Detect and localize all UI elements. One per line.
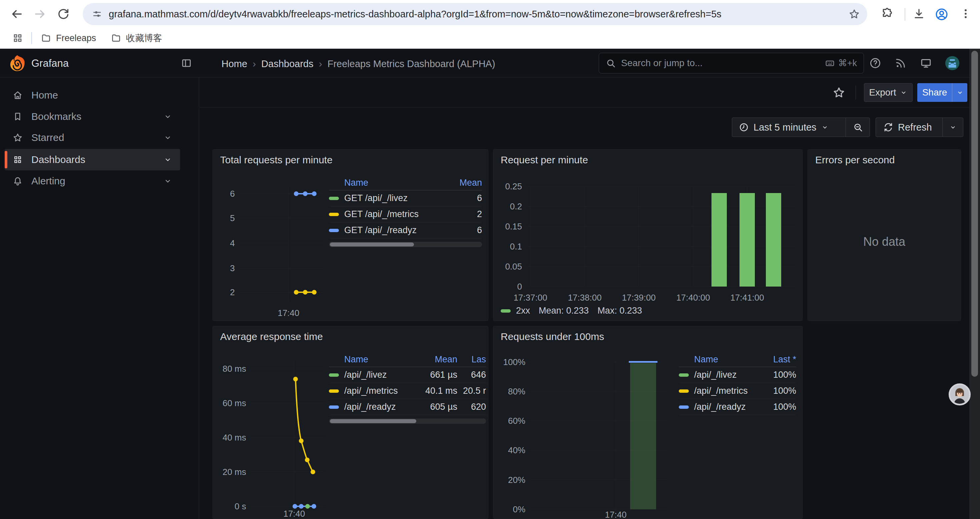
breadcrumb-separator: › (253, 58, 256, 69)
panel-request-per-minute[interactable]: Request per minute 0.25 0.2 0.15 (493, 149, 803, 321)
sidebar-item-dashboards[interactable]: Dashboards (5, 149, 180, 170)
bookmark-star-icon[interactable] (849, 8, 860, 20)
favorite-dashboard-button[interactable] (832, 86, 845, 99)
breadcrumb-dashboards[interactable]: Dashboards (261, 58, 313, 69)
legend-col-mean[interactable]: Mean (445, 178, 482, 188)
svg-text:17:40: 17:40 (283, 509, 305, 519)
news-button[interactable] (895, 57, 907, 69)
bookmark-folder-freeleaps[interactable]: Freeleaps (41, 33, 96, 43)
time-range-picker[interactable]: Last 5 minutes (732, 118, 870, 137)
legend-col-name[interactable]: Name (329, 355, 407, 365)
series-color-chip (329, 229, 339, 232)
share-button[interactable]: Share (917, 83, 967, 102)
apps-grid-icon[interactable] (12, 32, 23, 44)
svg-text:20 ms: 20 ms (223, 467, 246, 477)
scrollbar-thumb[interactable] (330, 419, 416, 423)
panel-requests-under-100ms[interactable]: Requests under 100ms 100% 80% 60% 40% 20… (493, 326, 803, 519)
chevron-down-icon[interactable] (164, 133, 172, 142)
legend-col-mean[interactable]: Mean (407, 355, 457, 365)
refresh-controls[interactable]: Refresh (876, 118, 963, 137)
display-button[interactable] (920, 57, 932, 69)
sidebar-item-label: Home (31, 89, 58, 101)
sidebar-item-starred[interactable]: Starred (5, 127, 180, 148)
sidebar: Home Bookmarks Starred Dashboards Alerti (0, 77, 199, 519)
legend-row[interactable]: GET /api/_/livez 6 (329, 190, 482, 206)
sidebar-item-bookmarks[interactable]: Bookmarks (5, 106, 180, 127)
share-menu-button[interactable] (952, 83, 967, 102)
sidebar-item-home[interactable]: Home (5, 85, 180, 106)
refresh-button[interactable]: Refresh (876, 118, 942, 137)
reload-icon (57, 7, 70, 21)
reload-button[interactable] (57, 7, 70, 21)
legend-row[interactable]: /api/_/metrics 40.1 ms 20.5 r (329, 383, 486, 399)
legend-col-last[interactable]: Las (457, 355, 486, 365)
legend-row[interactable]: GET /api/_/metrics 2 (329, 206, 482, 222)
svg-text:17:40: 17:40 (605, 509, 627, 519)
scrollbar-thumb[interactable] (971, 51, 978, 377)
series-color-chip (679, 374, 689, 377)
dashboard-actions-row: Export Share (199, 77, 980, 107)
active-indicator (5, 151, 7, 168)
breadcrumb-home[interactable]: Home (221, 58, 247, 69)
legend-col-last[interactable]: Last * (756, 355, 796, 365)
downloads-button[interactable] (913, 7, 926, 21)
url-text[interactable]: grafana.mathmast.com/d/deytv4rwavabkb/fr… (109, 9, 849, 20)
legend-scrollbar[interactable] (329, 418, 486, 424)
floating-assistant-avatar[interactable] (949, 383, 970, 406)
refresh-interval-button[interactable] (943, 118, 963, 137)
export-button[interactable]: Export (864, 83, 913, 102)
bell-icon (13, 176, 23, 186)
panel-average-response-time[interactable]: Average response time 80 ms 60 ms 40 ms … (213, 326, 488, 519)
panel-total-requests-per-minute[interactable]: Total requests per minute 6 5 4 3 2 (213, 149, 488, 321)
svg-text:4: 4 (230, 238, 235, 248)
page-scrollbar[interactable] (969, 49, 980, 519)
legend-scrollbar[interactable] (329, 242, 482, 247)
legend-row[interactable]: /api/_/readyz 605 µs 620 (329, 399, 486, 415)
bookmarks-bar: Freeleaps 收藏博客 (0, 28, 980, 49)
puzzle-icon (881, 7, 894, 20)
user-avatar[interactable] (945, 56, 960, 72)
chevron-down-icon[interactable] (164, 155, 172, 164)
chevron-down-icon[interactable] (164, 177, 172, 185)
legend-table: Name Last * /api/_/livez 100% /api/_/met… (679, 352, 796, 415)
forward-button[interactable] (33, 7, 47, 21)
sidebar-toggle-button[interactable] (181, 57, 192, 69)
series-color-chip (329, 406, 339, 409)
chevron-down-icon[interactable] (164, 112, 172, 121)
area-top-line (629, 361, 657, 363)
legend-row[interactable]: /api/_/metrics 100% (679, 383, 796, 399)
bookmark-icon (13, 112, 23, 121)
scrollbar-thumb[interactable] (330, 243, 414, 246)
legend-row[interactable]: /api/_/readyz 100% (679, 399, 796, 415)
site-info-icon[interactable] (92, 9, 102, 19)
sidebar-item-alerting[interactable]: Alerting (5, 170, 180, 192)
search-input[interactable]: Search or jump to... ⌘+k (599, 53, 864, 73)
legend-row[interactable]: GET /api/_/readyz 6 (329, 222, 482, 238)
series-color-chip (501, 309, 511, 313)
panel-errors-per-second[interactable]: Errors per second No data (808, 149, 961, 321)
legend[interactable]: 2xx Mean: 0.233 Max: 0.233 (501, 306, 642, 316)
address-bar[interactable]: grafana.mathmast.com/d/deytv4rwavabkb/fr… (83, 3, 867, 25)
browser-profile-button[interactable] (935, 7, 948, 21)
back-button[interactable] (10, 7, 23, 21)
help-button[interactable] (869, 57, 881, 69)
legend-col-name[interactable]: Name (679, 355, 756, 365)
bar (766, 193, 781, 287)
grafana-logo[interactable] (9, 54, 26, 73)
extensions-button[interactable] (881, 7, 895, 21)
svg-text:80%: 80% (508, 386, 525, 396)
zoom-out-button[interactable] (846, 118, 870, 137)
legend-col-name[interactable]: Name (329, 178, 445, 188)
svg-text:40 ms: 40 ms (223, 433, 246, 442)
legend-row[interactable]: /api/_/livez 100% (679, 367, 796, 383)
browser-menu-button[interactable] (959, 7, 973, 21)
svg-text:0.05: 0.05 (505, 262, 522, 271)
bar (740, 193, 755, 287)
legend-row[interactable]: /api/_/livez 661 µs 646 (329, 367, 486, 383)
svg-text:60 ms: 60 ms (223, 398, 246, 408)
dashboards-grid-icon (13, 155, 23, 164)
chevron-down-icon (900, 89, 907, 96)
no-data-message: No data (808, 150, 961, 321)
bookmark-folder-blogs[interactable]: 收藏博客 (111, 32, 162, 44)
svg-text:17:38:00: 17:38:00 (568, 292, 601, 303)
